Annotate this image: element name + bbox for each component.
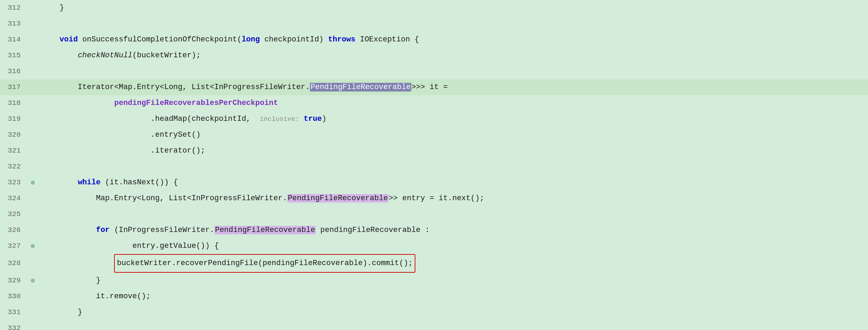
line-number-312: 312 xyxy=(0,0,28,16)
code-content-317: Iterator<Map.Entry<Long, List<InProgress… xyxy=(38,79,868,95)
code-content-319: .headMap(checkpointId, inclusive: true) xyxy=(38,111,868,127)
code-content-331: } xyxy=(38,304,868,320)
gutter-dot-329 xyxy=(31,279,35,283)
code-content-324: Map.Entry<Long, List<InProgressFileWrite… xyxy=(38,191,868,206)
code-content-314: void onSuccessfulCompletionOfCheckpoint(… xyxy=(38,32,868,48)
gutter-dot-327 xyxy=(31,244,35,248)
code-line-317: 317 Iterator<Map.Entry<Long, List<InProg… xyxy=(0,79,868,95)
code-content-312: } xyxy=(38,0,868,16)
line-number-323: 323 xyxy=(0,175,28,191)
code-content-329: } xyxy=(38,273,868,289)
code-line-319: 319 .headMap(checkpointId, inclusive: tr… xyxy=(0,111,868,127)
code-line-318: 318 pendingFileRecoverablesPerCheckpoint xyxy=(0,95,868,111)
code-line-325: 325 xyxy=(0,206,868,222)
code-line-321: 321 .iterator(); xyxy=(0,143,868,159)
code-line-314: 314 void onSuccessfulCompletionOfCheckpo… xyxy=(0,32,868,48)
line-number-319: 319 xyxy=(0,111,28,127)
line-number-316: 316 xyxy=(0,64,28,79)
code-line-332: 332 xyxy=(0,320,868,330)
line-number-321: 321 xyxy=(0,143,28,159)
code-line-312: 312 } xyxy=(0,0,868,16)
line-number-331: 331 xyxy=(0,304,28,320)
highlight-pendingfilerecoverable-326: PendingFileRecoverable xyxy=(214,226,316,234)
line-number-330: 330 xyxy=(0,289,28,304)
code-line-313: 313 xyxy=(0,16,868,32)
line-number-325: 325 xyxy=(0,206,28,222)
code-line-329: 329 } xyxy=(0,273,868,289)
keyword-true: true xyxy=(304,115,322,123)
code-line-315: 315 checkNotNull(bucketWriter); xyxy=(0,48,868,64)
code-line-316: 316 xyxy=(0,64,868,79)
gutter-dot-323 xyxy=(31,181,35,185)
code-line-328: 328 bucketWriter.recoverPendingFile(pend… xyxy=(0,254,868,273)
line-number-313: 313 xyxy=(0,16,28,32)
line-number-326: 326 xyxy=(0,222,28,238)
highlight-pendingfilerecoverable-317: PendingFileRecoverable xyxy=(310,83,411,91)
keyword-for: for xyxy=(96,226,110,234)
line-number-322: 322 xyxy=(0,159,28,175)
code-content-328: bucketWriter.recoverPendingFile(pendingF… xyxy=(38,254,868,273)
line-number-327: 327 xyxy=(0,238,28,254)
line-number-315: 315 xyxy=(0,48,28,64)
code-line-320: 320 .entrySet() xyxy=(0,127,868,143)
code-content-315: checkNotNull(bucketWriter); xyxy=(38,48,868,64)
highlight-pendingfilerecoverable-324: PendingFileRecoverable xyxy=(287,194,388,203)
line-number-328: 328 xyxy=(0,255,28,271)
code-content-320: .entrySet() xyxy=(38,127,868,143)
code-content-323: while (it.hasNext()) { xyxy=(38,175,868,191)
red-border-line-328: bucketWriter.recoverPendingFile(pendingF… xyxy=(114,254,415,273)
keyword-void: void xyxy=(60,35,78,44)
code-line-326: 326 for (InProgressFileWriter.PendingFil… xyxy=(0,222,868,238)
keyword-while: while xyxy=(78,178,101,187)
inline-comment-inclusive: inclusive: xyxy=(260,115,299,123)
line-number-329: 329 xyxy=(0,273,28,289)
code-content-326: for (InProgressFileWriter.PendingFileRec… xyxy=(38,222,868,238)
line-number-324: 324 xyxy=(0,191,28,206)
code-content-327: entry.getValue()) { xyxy=(38,238,868,254)
code-line-327: 327 entry.getValue()) { xyxy=(0,238,868,254)
line-number-317: 317 xyxy=(0,79,28,95)
code-line-322: 322 xyxy=(0,159,868,175)
gutter-323 xyxy=(28,181,38,185)
gutter-327 xyxy=(28,244,38,248)
gutter-329 xyxy=(28,279,38,283)
code-line-330: 330 it.remove(); xyxy=(0,289,868,304)
kw-pendingfilerecoverables: pendingFileRecoverablesPerCheckpoint xyxy=(114,99,278,107)
code-content-321: .iterator(); xyxy=(38,143,868,159)
code-content-318: pendingFileRecoverablesPerCheckpoint xyxy=(38,95,868,111)
line-number-314: 314 xyxy=(0,32,28,48)
line-number-332: 332 xyxy=(0,320,28,330)
code-line-323: 323 while (it.hasNext()) { xyxy=(0,175,868,191)
code-line-331: 331 } xyxy=(0,304,868,320)
code-content-330: it.remove(); xyxy=(38,289,868,304)
line-number-318: 318 xyxy=(0,95,28,111)
keyword-throws: throws xyxy=(328,35,355,44)
code-container: 312 } 313 314 void onSuccessfulCompletio… xyxy=(0,0,868,330)
italic-checknotnull: checkNotNull xyxy=(78,51,132,60)
line-number-320: 320 xyxy=(0,127,28,143)
keyword-long: long xyxy=(242,35,260,44)
code-line-324: 324 Map.Entry<Long, List<InProgressFileW… xyxy=(0,191,868,206)
